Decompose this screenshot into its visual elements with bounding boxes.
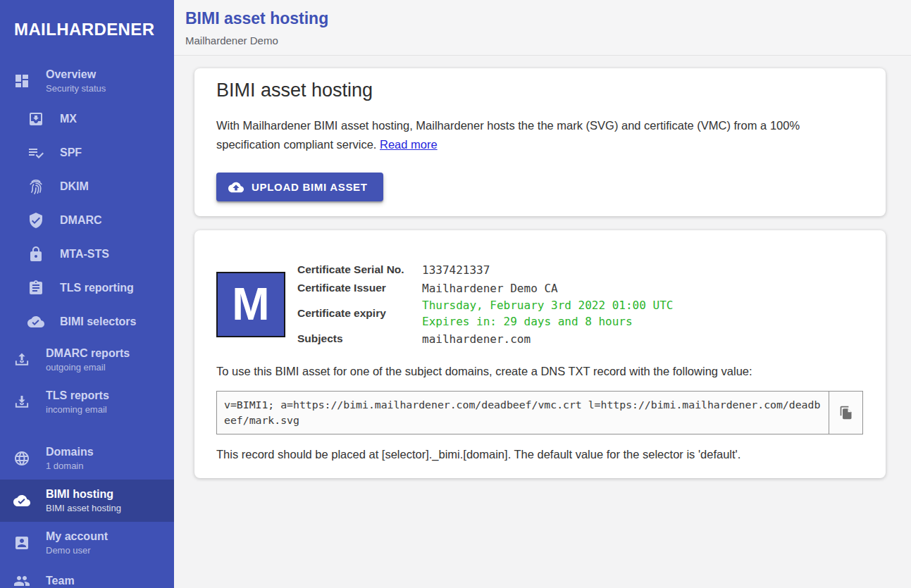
fingerprint-icon [27, 178, 44, 195]
copy-icon [839, 406, 853, 420]
certificate-row: Certificate expiry Thursday, February 3r… [297, 297, 863, 330]
certificate-field-label: Certificate expiry [297, 307, 422, 320]
cloud-upload-icon [228, 180, 244, 195]
sidebar-item-mx[interactable]: MX [0, 102, 174, 136]
people-icon [13, 573, 30, 588]
sidebar-nav: Overview Security status MX SPF DKIM DMA… [0, 60, 174, 588]
move-to-inbox-icon [27, 111, 44, 127]
intro-card-body: With Mailhardener BIMI asset hosting, Ma… [216, 116, 863, 154]
certificate-field-value: Mailhardener Demo CA [422, 280, 558, 296]
inbox-tray-icon [13, 394, 30, 411]
sidebar-item-dmarc[interactable]: DMARC [0, 204, 174, 237]
upload-button-label: UPLOAD BIMI ASSET [252, 181, 368, 193]
brand-logo: MAILHARDENER [0, 0, 174, 39]
dns-record-box: v=BIMI1; a=https://bimi.mailhardener.com… [216, 391, 863, 434]
bimi-mark-logo: M [216, 272, 285, 337]
certificate-details: Certificate Serial No. 1337421337 Certif… [297, 261, 863, 348]
intro-card-text: With Mailhardener BIMI asset hosting, Ma… [216, 119, 800, 151]
record-placement-note: This record should be placed at [selecto… [216, 448, 863, 461]
clipboard-icon [27, 280, 44, 296]
read-more-link[interactable]: Read more [380, 138, 438, 151]
sidebar-item-overview[interactable]: Overview Security status [0, 60, 174, 102]
certificate-row: Certificate Serial No. 1337421337 [297, 261, 863, 279]
sidebar-item-dmarc-reports[interactable]: DMARC reports outgoing email [0, 339, 174, 381]
page-title: BIMI asset hosting [185, 9, 900, 28]
sidebar-item-team[interactable]: Team [0, 564, 174, 588]
copy-record-button[interactable] [829, 392, 862, 434]
certificate-row: Subjects mailhardener.com [297, 330, 863, 348]
certificate-field-value: Thursday, February 3rd 2022 01:00 UTCExp… [422, 297, 673, 330]
playlist-check-icon [27, 144, 44, 161]
certificate-field-value: 1337421337 [422, 262, 490, 278]
sidebar-item-dkim[interactable]: DKIM [0, 170, 174, 204]
globe-icon [13, 450, 30, 467]
certificate-card: M Certificate Serial No. 1337421337 Cert… [194, 230, 886, 478]
certificate-row: Certificate Issuer Mailhardener Demo CA [297, 279, 863, 297]
dns-instruction-text: To use this BIMI asset for one of the su… [216, 365, 863, 378]
main-area: BIMI asset hosting Mailhardener Demo BIM… [174, 0, 911, 588]
cloud-check-icon [13, 492, 30, 509]
sidebar-item-mta-sts[interactable]: MTA-STS [0, 237, 174, 271]
outbox-tray-icon [13, 351, 30, 368]
page-subtitle: Mailhardener Demo [185, 35, 900, 46]
intro-card-heading: BIMI asset hosting [216, 80, 863, 101]
cloud-check-icon [27, 313, 44, 330]
content: BIMI asset hosting With Mailhardener BIM… [174, 56, 911, 495]
sidebar-item-tls-reports[interactable]: TLS reports incoming email [0, 381, 174, 423]
upload-bimi-asset-button[interactable]: UPLOAD BIMI ASSET [216, 173, 383, 201]
certificate-field-label: Subjects [297, 332, 422, 345]
sidebar-item-bimi-selectors[interactable]: BIMI selectors [0, 305, 174, 339]
dns-record-value: v=BIMI1; a=https://bimi.mailhardener.com… [217, 392, 829, 434]
sidebar-item-spf[interactable]: SPF [0, 136, 174, 170]
shield-check-icon [27, 212, 44, 229]
intro-card: BIMI asset hosting With Mailhardener BIM… [194, 68, 886, 216]
lock-icon [27, 246, 44, 263]
certificate-field-label: Certificate Issuer [297, 282, 422, 294]
page-header: BIMI asset hosting Mailhardener Demo [174, 0, 911, 56]
certificate-field-value: mailhardener.com [422, 331, 531, 347]
certificate-section: M Certificate Serial No. 1337421337 Cert… [216, 261, 863, 348]
sidebar: MAILHARDENER Overview Security status MX… [0, 0, 174, 588]
certificate-field-label: Certificate Serial No. [297, 263, 422, 276]
sidebar-item-tls-reporting[interactable]: TLS reporting [0, 271, 174, 305]
dashboard-icon [13, 73, 30, 89]
sidebar-item-my-account[interactable]: My account Demo user [0, 522, 174, 564]
account-box-icon [13, 534, 30, 551]
app-window: MAILHARDENER Overview Security status MX… [0, 0, 911, 588]
sidebar-item-bimi-hosting[interactable]: BIMI hosting BIMI asset hosting [0, 480, 174, 522]
sidebar-item-domains[interactable]: Domains 1 domain [0, 437, 174, 480]
